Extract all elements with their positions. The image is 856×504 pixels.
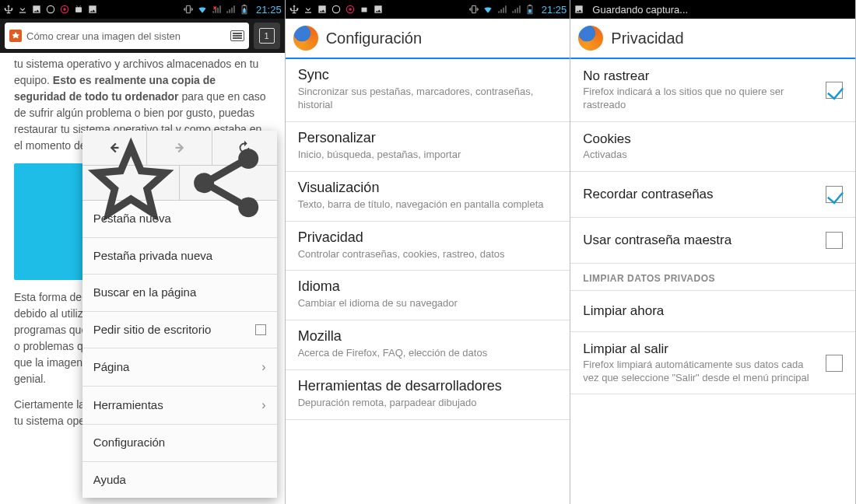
image-icon	[574, 4, 584, 15]
setting-customize[interactable]: Personalizar Inicio, búsqueda, pestañas,…	[286, 122, 570, 172]
settings-list[interactable]: Sync Sincronizar sus pestañas, marcadore…	[286, 59, 570, 420]
screen-browser: 21:25 Cómo crear una imagen del sisten 1…	[0, 0, 286, 504]
setting-sync[interactable]: Sync Sincronizar sus pestañas, marcadore…	[286, 59, 570, 122]
wifi-icon	[197, 4, 208, 15]
image2-icon	[87, 4, 98, 15]
privacy-clear-now[interactable]: Limpiar ahora	[570, 291, 855, 332]
privacy-dnt[interactable]: No rastrear Firefox indicará a los sitio…	[570, 59, 855, 122]
status-bar: 21:25	[0, 0, 285, 19]
signal2-icon	[225, 4, 236, 15]
privacy-cookies[interactable]: Cookies Activadas	[570, 122, 855, 172]
svg-point-6	[332, 5, 339, 12]
menu-page[interactable]: Página›	[82, 348, 277, 387]
vibrate-icon	[468, 4, 479, 15]
dnt-checkbox[interactable]	[826, 82, 843, 99]
settings-header: Configuración	[286, 19, 570, 59]
signal2-icon	[510, 4, 521, 15]
clear-exit-checkbox[interactable]	[826, 355, 843, 372]
privacy-header: Privacidad	[570, 19, 855, 59]
setting-language[interactable]: Idioma Cambiar el idioma de su navegador	[286, 271, 570, 320]
share-button[interactable]	[180, 166, 277, 200]
tab-count: 1	[259, 28, 275, 44]
signal1-icon	[496, 4, 507, 15]
privacy-master-password[interactable]: Usar contraseña maestra	[570, 218, 855, 264]
status-bar: 21:25	[286, 0, 570, 19]
setting-display[interactable]: Visualización Texto, barra de título, na…	[286, 172, 570, 222]
tabs-button[interactable]: 1	[254, 23, 280, 49]
image-icon	[31, 4, 42, 15]
clock: 21:25	[256, 4, 282, 16]
menu-row2	[82, 166, 277, 201]
firefox-logo-icon[interactable]	[293, 26, 318, 51]
url-bar[interactable]: Cómo crear una imagen del sisten	[5, 23, 249, 49]
favicon-icon	[9, 30, 22, 42]
section-clear-data: LIMPIAR DATOS PRIVADOS	[570, 264, 855, 291]
page-title: Privacidad	[611, 30, 683, 47]
android-icon	[73, 4, 84, 15]
menu-request-desktop[interactable]: Pedir sitio de escritorio	[82, 312, 277, 349]
firefox-logo-icon[interactable]	[578, 26, 603, 51]
menu-help[interactable]: Ayuda	[82, 462, 277, 499]
reader-mode-icon[interactable]	[230, 30, 244, 41]
overflow-menu: Pestaña nueva Pestaña privada nueva Busc…	[82, 131, 277, 498]
target-icon	[59, 4, 70, 15]
privacy-list[interactable]: No rastrear Firefox indicará a los sitio…	[570, 59, 855, 394]
clock: 21:25	[542, 4, 567, 16]
remember-pw-checkbox[interactable]	[826, 186, 843, 203]
screen-settings: 21:25 Configuración Sync Sincronizar sus…	[286, 0, 571, 504]
menu-tools[interactable]: Herramientas›	[82, 387, 277, 425]
svg-point-8	[349, 8, 352, 11]
privacy-remember-passwords[interactable]: Recordar contraseñas	[570, 172, 855, 218]
url-text: Cómo crear una imagen del sisten	[26, 30, 226, 42]
saving-screenshot-text: Guardando captura...	[592, 4, 688, 16]
menu-new-private-tab[interactable]: Pestaña privada nueva	[82, 238, 277, 275]
circle-icon	[331, 4, 342, 15]
setting-privacy[interactable]: Privacidad Controlar contraseñas, cookie…	[286, 222, 570, 271]
usb-icon	[3, 4, 14, 15]
setting-mozilla[interactable]: Mozilla Acerca de Firefox, FAQ, elección…	[286, 320, 570, 370]
circle-icon	[45, 4, 56, 15]
chevron-right-icon: ›	[261, 358, 265, 376]
privacy-clear-on-exit[interactable]: Limpiar al salir Firefox limpiará automá…	[570, 332, 855, 395]
android-icon	[359, 4, 370, 15]
bookmark-button[interactable]	[82, 166, 181, 200]
wifi-icon	[482, 4, 493, 15]
toolbar: Cómo crear una imagen del sisten 1	[0, 19, 285, 53]
download-icon	[17, 4, 28, 15]
screen-privacy: Guardando captura... Privacidad No rastr…	[570, 0, 856, 504]
page-content[interactable]: tu sistema operativo y archivos almacena…	[0, 53, 285, 504]
menu-find-in-page[interactable]: Buscar en la página	[82, 275, 277, 312]
battery-icon	[239, 4, 250, 15]
image2-icon	[373, 4, 384, 15]
image-icon	[317, 4, 328, 15]
svg-point-0	[47, 5, 54, 12]
setting-devtools[interactable]: Herramientas de desarrolladores Depuraci…	[286, 370, 570, 420]
battery-icon	[524, 4, 535, 15]
master-pw-checkbox[interactable]	[826, 232, 843, 249]
signal1-icon	[211, 4, 222, 15]
download-icon	[303, 4, 314, 15]
desktop-checkbox[interactable]	[255, 324, 266, 335]
target-icon	[345, 4, 356, 15]
vibrate-icon	[183, 4, 194, 15]
usb-icon	[289, 4, 300, 15]
page-title: Configuración	[326, 30, 422, 47]
status-bar: Guardando captura...	[570, 0, 855, 19]
chevron-right-icon: ›	[261, 396, 265, 415]
menu-settings[interactable]: Configuración	[82, 425, 277, 462]
svg-point-2	[63, 8, 66, 11]
